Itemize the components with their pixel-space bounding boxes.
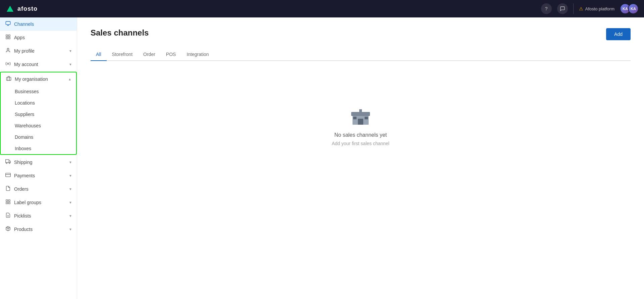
picklists-chevron-icon: ▾ bbox=[69, 214, 71, 218]
products-icon bbox=[5, 226, 11, 233]
domains-label: Domains bbox=[15, 134, 33, 140]
platform-label: Afosto platform bbox=[585, 6, 614, 11]
logo-triangle bbox=[7, 6, 13, 12]
add-button[interactable]: Add bbox=[606, 28, 631, 40]
layout: Channels Apps My profile bbox=[0, 17, 644, 299]
label-groups-label: Label groups bbox=[14, 200, 66, 205]
sidebar-item-apps[interactable]: Apps bbox=[0, 31, 77, 44]
payments-label: Payments bbox=[14, 173, 66, 178]
svg-rect-6 bbox=[6, 37, 8, 39]
svg-rect-15 bbox=[6, 200, 8, 201]
shipping-label: Shipping bbox=[14, 160, 66, 165]
sidebar-item-orders[interactable]: Orders ▾ bbox=[0, 182, 77, 196]
profile-icon bbox=[5, 48, 11, 54]
products-label: Products bbox=[14, 227, 66, 232]
sidebar-item-label-groups[interactable]: Label groups ▾ bbox=[0, 196, 77, 209]
svg-point-12 bbox=[9, 163, 10, 164]
organisation-sub-items: Businesses Locations Suppliers Warehouse… bbox=[1, 86, 76, 154]
my-organisation-section: My organisation ▴ Businesses Locations S… bbox=[0, 72, 77, 155]
sidebar-sub-item-locations[interactable]: Locations bbox=[1, 97, 76, 109]
empty-state-subtitle: Add your first sales channel bbox=[332, 141, 389, 146]
products-chevron-icon: ▾ bbox=[69, 227, 71, 232]
svg-rect-17 bbox=[8, 202, 10, 204]
label-groups-chevron-icon: ▾ bbox=[69, 200, 71, 205]
tab-all[interactable]: All bbox=[91, 48, 107, 61]
sidebar-sub-item-suppliers[interactable]: Suppliers bbox=[1, 109, 76, 120]
orders-label: Orders bbox=[14, 186, 66, 192]
sidebar-item-my-profile[interactable]: My profile ▾ bbox=[0, 44, 77, 58]
svg-rect-5 bbox=[8, 37, 10, 39]
sidebar-item-my-organisation[interactable]: My organisation ▴ bbox=[1, 72, 76, 86]
platform-link[interactable]: ⚠ Afosto platform bbox=[579, 6, 614, 11]
chat-icon[interactable] bbox=[557, 3, 568, 14]
logo-text: afosto bbox=[17, 5, 38, 12]
svg-rect-27 bbox=[365, 117, 368, 119]
profile-chevron-icon: ▾ bbox=[69, 49, 71, 53]
svg-point-11 bbox=[6, 163, 7, 164]
payments-icon bbox=[5, 172, 11, 179]
sidebar-sub-item-domains[interactable]: Domains bbox=[1, 131, 76, 143]
topbar: afosto ? ⚠ Afosto platform KA KA bbox=[0, 0, 644, 17]
sidebar-item-payments[interactable]: Payments ▾ bbox=[0, 169, 77, 182]
apps-icon bbox=[5, 34, 11, 41]
sidebar-item-shipping[interactable]: Shipping ▾ bbox=[0, 156, 77, 169]
tabs-bar: All Storefront Order POS Integration bbox=[91, 48, 631, 61]
svg-line-21 bbox=[7, 227, 9, 228]
svg-rect-4 bbox=[8, 35, 10, 37]
channels-label: Channels bbox=[14, 21, 71, 27]
suppliers-label: Suppliers bbox=[15, 112, 34, 117]
orders-icon bbox=[5, 186, 11, 192]
picklists-label: Picklists bbox=[14, 213, 66, 219]
tab-integration[interactable]: Integration bbox=[181, 48, 214, 61]
svg-rect-0 bbox=[6, 21, 10, 24]
organisation-icon bbox=[6, 76, 11, 82]
logo-icon bbox=[5, 4, 15, 13]
label-groups-icon bbox=[5, 199, 11, 206]
svg-rect-16 bbox=[8, 200, 10, 201]
logo-area: afosto bbox=[5, 4, 38, 13]
tab-storefront[interactable]: Storefront bbox=[107, 48, 138, 61]
store-icon bbox=[348, 101, 373, 125]
avatar-2[interactable]: KA bbox=[628, 3, 639, 14]
sidebar-item-products[interactable]: Products ▾ bbox=[0, 223, 77, 236]
my-profile-label: My profile bbox=[14, 48, 66, 54]
svg-rect-10 bbox=[6, 160, 9, 163]
svg-rect-18 bbox=[6, 202, 8, 204]
sidebar-item-my-account[interactable]: My account ▾ bbox=[0, 58, 77, 71]
channels-icon bbox=[5, 21, 11, 27]
svg-rect-9 bbox=[6, 77, 11, 80]
warehouses-label: Warehouses bbox=[15, 123, 41, 128]
sidebar: Channels Apps My profile bbox=[0, 17, 77, 299]
my-organisation-label: My organisation bbox=[15, 76, 65, 82]
page-title: Sales channels bbox=[91, 28, 149, 38]
account-icon bbox=[5, 61, 11, 68]
help-icon[interactable]: ? bbox=[541, 3, 552, 14]
sidebar-item-picklists[interactable]: Picklists ▾ bbox=[0, 209, 77, 223]
payments-chevron-icon: ▾ bbox=[69, 173, 71, 178]
sidebar-sub-item-inboxes[interactable]: Inboxes bbox=[1, 143, 76, 154]
topbar-right: ? ⚠ Afosto platform KA KA bbox=[541, 3, 639, 14]
my-account-label: My account bbox=[14, 62, 66, 67]
sidebar-item-channels[interactable]: Channels bbox=[0, 17, 77, 31]
topbar-divider bbox=[573, 3, 574, 14]
picklists-icon bbox=[5, 213, 11, 219]
warning-icon: ⚠ bbox=[579, 6, 583, 11]
businesses-label: Businesses bbox=[15, 89, 39, 94]
svg-rect-25 bbox=[358, 119, 363, 125]
page-header: Sales channels Add bbox=[91, 28, 631, 40]
shipping-chevron-icon: ▾ bbox=[69, 160, 71, 165]
svg-rect-26 bbox=[353, 117, 357, 119]
sidebar-sub-item-warehouses[interactable]: Warehouses bbox=[1, 120, 76, 131]
main-content: Sales channels Add All Storefront Order … bbox=[77, 17, 644, 299]
shipping-icon bbox=[5, 159, 11, 166]
svg-point-7 bbox=[7, 48, 9, 50]
tab-order[interactable]: Order bbox=[138, 48, 161, 61]
locations-label: Locations bbox=[15, 100, 35, 106]
tab-pos[interactable]: POS bbox=[161, 48, 181, 61]
account-chevron-icon: ▾ bbox=[69, 62, 71, 67]
inboxes-label: Inboxes bbox=[15, 146, 31, 151]
sidebar-sub-item-businesses[interactable]: Businesses bbox=[1, 86, 76, 97]
orders-chevron-icon: ▾ bbox=[69, 187, 71, 191]
svg-rect-28 bbox=[359, 109, 362, 113]
empty-state: No sales channels yet Add your first sal… bbox=[91, 74, 631, 173]
